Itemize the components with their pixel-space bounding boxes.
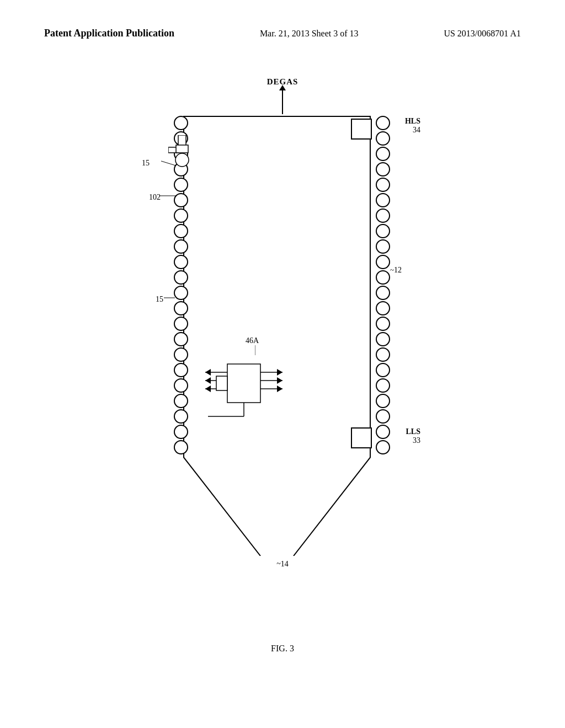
page-header: Patent Application Publication Mar. 21, … bbox=[0, 28, 565, 39]
svg-rect-3 bbox=[178, 135, 186, 146]
circle-right-7 bbox=[376, 208, 390, 223]
label-14: 14 bbox=[281, 560, 289, 568]
svg-marker-22 bbox=[277, 386, 282, 392]
svg-point-6 bbox=[175, 153, 189, 167]
circle-left-18 bbox=[174, 378, 188, 393]
circle-left-22 bbox=[174, 440, 188, 454]
label-102-line bbox=[160, 190, 178, 201]
svg-marker-18 bbox=[277, 369, 282, 376]
circle-left-14 bbox=[174, 317, 188, 331]
circle-right-10 bbox=[376, 255, 390, 269]
circle-right-3 bbox=[376, 147, 390, 161]
lls-label: LLS bbox=[406, 427, 420, 436]
svg-marker-12 bbox=[205, 369, 211, 376]
circle-right-5 bbox=[376, 178, 390, 192]
circle-right-17 bbox=[376, 363, 390, 377]
circle-right-18 bbox=[376, 378, 390, 393]
circle-right-14 bbox=[376, 317, 390, 331]
circle-left-8 bbox=[174, 224, 188, 238]
circle-right-1 bbox=[376, 116, 390, 130]
hls-sensor-box bbox=[351, 119, 372, 140]
circle-left-16 bbox=[174, 347, 188, 362]
circle-left-1 bbox=[174, 116, 188, 130]
circle-right-20 bbox=[376, 409, 390, 424]
svg-rect-5 bbox=[176, 145, 188, 153]
circle-left-19 bbox=[174, 394, 188, 408]
vessel-funnel bbox=[183, 457, 371, 556]
svg-rect-23 bbox=[216, 376, 227, 390]
outlet-label: ~14 bbox=[276, 560, 289, 569]
publication-number: US 2013/0068701 A1 bbox=[444, 29, 521, 39]
svg-marker-20 bbox=[277, 377, 282, 384]
circle-right-8 bbox=[376, 224, 390, 238]
label-15-mid-line bbox=[164, 292, 176, 303]
circle-right-4 bbox=[376, 162, 390, 176]
lls-sensor-box bbox=[351, 427, 372, 448]
hls-label: HLS bbox=[405, 117, 420, 126]
figure-label: FIG. 3 bbox=[271, 644, 294, 654]
circle-left-10 bbox=[174, 255, 188, 269]
circle-right-15 bbox=[376, 332, 390, 346]
publication-date-sheet: Mar. 21, 2013 Sheet 3 of 13 bbox=[260, 29, 359, 39]
circles-right bbox=[376, 116, 391, 456]
circle-left-15 bbox=[174, 332, 188, 346]
label-12: ~12 bbox=[390, 266, 402, 275]
lls-number: 33 bbox=[413, 436, 420, 445]
label-15-top: 15 bbox=[142, 159, 150, 168]
circle-right-19 bbox=[376, 394, 390, 408]
label-46a: 46A bbox=[246, 336, 259, 345]
mixing-device bbox=[202, 353, 291, 419]
hls-number: 34 bbox=[413, 126, 420, 135]
svg-line-1 bbox=[294, 457, 371, 556]
circle-left-9 bbox=[174, 239, 188, 254]
circle-right-22 bbox=[376, 440, 390, 454]
label-15-mid: 15 bbox=[156, 295, 163, 304]
svg-line-0 bbox=[183, 457, 260, 556]
publication-title: Patent Application Publication bbox=[44, 28, 174, 39]
circle-right-13 bbox=[376, 301, 390, 315]
patent-diagram: DEGAS ~14 bbox=[139, 77, 426, 656]
circle-left-7 bbox=[174, 208, 188, 223]
svg-rect-10 bbox=[227, 364, 260, 403]
circle-right-6 bbox=[376, 193, 390, 207]
svg-marker-14 bbox=[205, 377, 211, 384]
inlet-device bbox=[168, 135, 185, 165]
circle-left-17 bbox=[174, 363, 188, 377]
svg-marker-16 bbox=[205, 386, 211, 392]
circle-right-21 bbox=[376, 425, 390, 439]
circle-right-9 bbox=[376, 239, 390, 254]
circle-right-12 bbox=[376, 286, 390, 300]
circle-left-11 bbox=[174, 270, 188, 285]
circle-right-11 bbox=[376, 270, 390, 285]
circle-right-2 bbox=[376, 131, 390, 146]
circle-left-20 bbox=[174, 409, 188, 424]
circle-right-16 bbox=[376, 347, 390, 362]
label-102: 102 bbox=[149, 193, 161, 202]
degas-arrow bbox=[282, 89, 283, 114]
circle-left-21 bbox=[174, 425, 188, 439]
